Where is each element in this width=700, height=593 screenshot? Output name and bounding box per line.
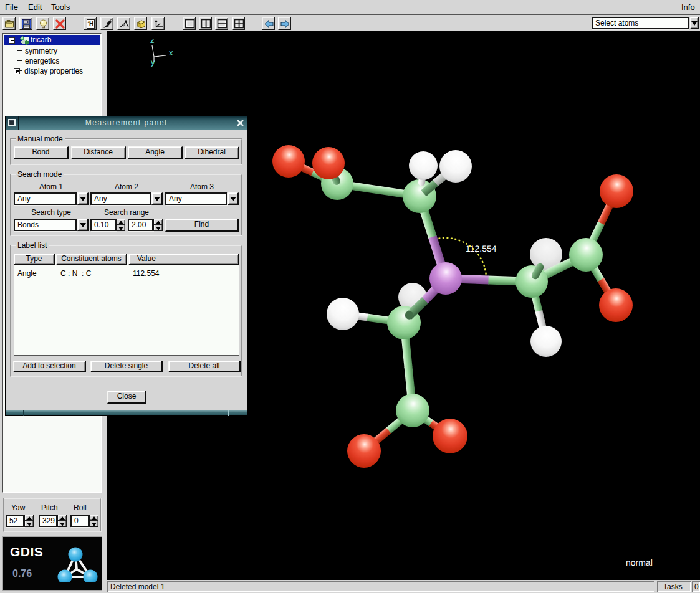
svg-text:y: y: [151, 57, 155, 67]
svg-text:H: H: [89, 21, 93, 27]
svg-text:x: x: [169, 48, 173, 57]
svg-text:z: z: [150, 36, 155, 45]
svg-text:normal: normal: [626, 557, 653, 567]
svg-text:112.554: 112.554: [466, 244, 497, 254]
